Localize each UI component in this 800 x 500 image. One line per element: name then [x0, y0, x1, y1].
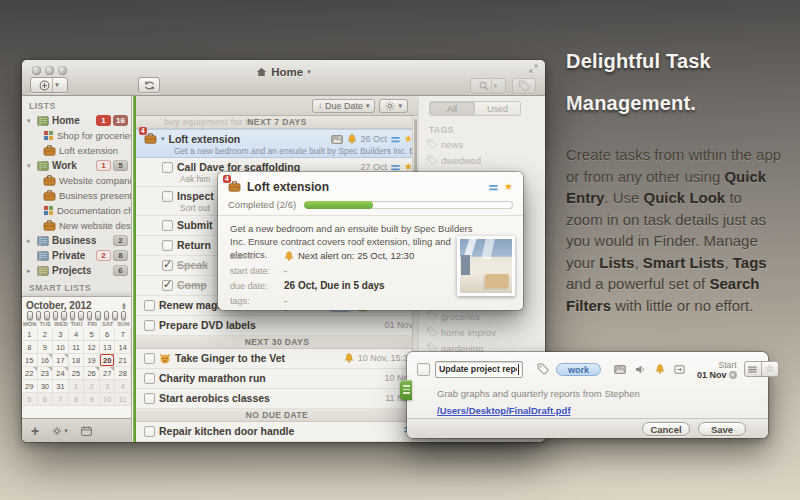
calendar-day[interactable]: 29: [22, 380, 38, 393]
calendar-day[interactable]: 7: [115, 328, 131, 341]
tag-filter-button[interactable]: [512, 78, 536, 94]
task-checkbox[interactable]: [144, 426, 155, 437]
sync-button[interactable]: [138, 77, 160, 93]
sidebar-item-shop-for-groceries[interactable]: Shop for groceries: [22, 128, 131, 143]
calendar-day[interactable]: 18: [69, 354, 85, 367]
task-checkbox[interactable]: [144, 353, 155, 364]
calendar-day[interactable]: 31: [53, 380, 69, 393]
image-attachment-icon[interactable]: [614, 365, 626, 374]
calendar-day-selected[interactable]: 20: [100, 354, 116, 367]
task-checkbox[interactable]: [162, 240, 173, 251]
calendar-day[interactable]: 24: [53, 367, 69, 380]
task-row[interactable]: Charity marathon run10 Nov: [136, 369, 418, 389]
start-date-field[interactable]: Start 01 Nov✕: [697, 358, 737, 380]
calendar-day[interactable]: 16: [38, 354, 54, 367]
sidebar-item-website-companion-app[interactable]: Website companion app: [22, 173, 131, 188]
alarm-bell-icon[interactable]: [655, 364, 665, 374]
calendar-day[interactable]: 4: [69, 328, 85, 341]
task-checkbox[interactable]: [162, 162, 173, 173]
calendar-day[interactable]: 19: [84, 354, 100, 367]
task-row[interactable]: Repair kitchen door handle: [136, 422, 418, 442]
calendar-day[interactable]: 1: [69, 380, 85, 393]
star-icon[interactable]: ★: [504, 182, 513, 192]
tag-pill[interactable]: work: [556, 363, 601, 376]
quick-entry-tab[interactable]: [400, 380, 412, 400]
expand-icon[interactable]: [529, 64, 538, 73]
calendar-day[interactable]: 27: [100, 367, 116, 380]
calendar-day[interactable]: 25: [69, 367, 85, 380]
task-checkbox[interactable]: [144, 393, 155, 404]
sidebar-item-home[interactable]: ▾Home116: [22, 113, 131, 128]
calendar-day[interactable]: 6: [100, 328, 116, 341]
settings-button[interactable]: ▾: [52, 426, 68, 436]
chevron-down-icon[interactable]: ▾: [27, 162, 34, 170]
calendar-day[interactable]: 10: [53, 341, 69, 354]
task-row[interactable]: 4▾Loft extensionGet a new bedroom and an…: [136, 129, 418, 158]
add-task-button[interactable]: +: [31, 426, 39, 436]
calendar-day[interactable]: 3: [53, 328, 69, 341]
clear-date-icon[interactable]: ✕: [729, 371, 737, 379]
task-checkbox[interactable]: [162, 280, 173, 291]
calendar-day[interactable]: 30: [38, 380, 54, 393]
tags-tab-all[interactable]: All: [429, 101, 475, 116]
attachment-thumbnail[interactable]: [457, 236, 515, 296]
tag-item[interactable]: dwedwed: [427, 152, 541, 168]
calendar-day[interactable]: 21: [115, 354, 131, 367]
calendar-day[interactable]: 11: [69, 341, 85, 354]
audio-icon[interactable]: [635, 365, 646, 374]
task-checkbox[interactable]: [162, 260, 173, 271]
calendar-day[interactable]: 22: [22, 367, 38, 380]
calendar-day[interactable]: 28: [115, 367, 131, 380]
sidebar-item-work[interactable]: ▾Work15: [22, 158, 131, 173]
task-checkbox[interactable]: [162, 220, 173, 231]
calendar-toggle-button[interactable]: [81, 426, 92, 436]
sidebar-item-private[interactable]: Private28: [22, 248, 131, 263]
calendar-day[interactable]: 2: [38, 328, 54, 341]
sidebar-item-documentation-checklist[interactable]: Documentation checklist: [22, 203, 131, 218]
attachment-link[interactable]: /Users/Desktop/FinalDraft.pdf: [437, 405, 571, 416]
task-checkbox[interactable]: [162, 191, 173, 202]
calendar-day[interactable]: 1: [22, 328, 38, 341]
chevron-right-icon[interactable]: ▸: [27, 267, 34, 275]
sort-by-button[interactable]: ↓ Due Date ▾: [312, 99, 376, 113]
task-checkbox[interactable]: [144, 373, 155, 384]
calendar-day[interactable]: 26: [84, 367, 100, 380]
save-button[interactable]: Save: [698, 422, 746, 436]
calendar-day[interactable]: 17: [53, 354, 69, 367]
calendar-day[interactable]: 5: [84, 328, 100, 341]
calendar-day[interactable]: 2: [84, 380, 100, 393]
calendar-day[interactable]: 3: [100, 380, 116, 393]
task-checkbox[interactable]: [144, 320, 155, 331]
sidebar-item-business-presentation[interactable]: Business presentation: [22, 188, 131, 203]
calendar-day[interactable]: 10: [100, 393, 116, 406]
task-checkbox[interactable]: [144, 300, 155, 311]
calendar-day[interactable]: 14: [115, 341, 131, 354]
tag-icon[interactable]: [537, 363, 549, 375]
calendar-day[interactable]: 7: [53, 393, 69, 406]
task-checkbox[interactable]: [417, 363, 430, 376]
cancel-button[interactable]: Cancel: [642, 422, 690, 436]
calendar-day[interactable]: 5: [22, 393, 38, 406]
sidebar-item-projects[interactable]: ▸Projects6: [22, 263, 131, 278]
sidebar-item-business[interactable]: ▸Business2: [22, 233, 131, 248]
calendar-day[interactable]: 12: [84, 341, 100, 354]
tag-item[interactable]: groceries: [427, 308, 541, 324]
search-button[interactable]: ▾: [470, 78, 506, 94]
calendar-day[interactable]: 9: [84, 393, 100, 406]
calendar-day[interactable]: 23: [38, 367, 54, 380]
tag-item[interactable]: news: [427, 136, 541, 152]
calendar-day[interactable]: 8: [69, 393, 85, 406]
repeat-icon[interactable]: [674, 364, 685, 375]
tags-tab-used[interactable]: Used: [475, 101, 521, 116]
calendar-day[interactable]: 11: [115, 393, 131, 406]
calendar-day[interactable]: 9: [38, 341, 54, 354]
task-row[interactable]: Prepare DVD labels01 Nov: [136, 316, 418, 336]
view-options-button[interactable]: ▾: [379, 99, 408, 113]
chevron-right-icon[interactable]: ▸: [27, 237, 34, 245]
add-list-button[interactable]: ▾: [30, 77, 68, 93]
calendar-day[interactable]: 4: [115, 380, 131, 393]
calendar-day[interactable]: 13: [100, 341, 116, 354]
notes-toggle[interactable]: [745, 362, 761, 376]
chevron-down-icon[interactable]: ▾: [161, 135, 165, 143]
sidebar-item-loft-extension[interactable]: Loft extension: [22, 143, 131, 158]
